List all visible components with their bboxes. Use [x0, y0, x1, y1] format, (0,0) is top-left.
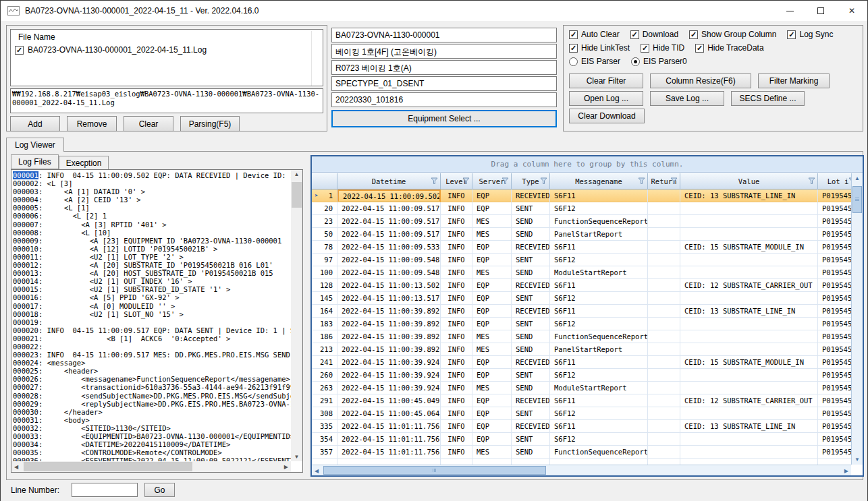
- table-row[interactable]: 3572022-04-15 11:01:11.756INFOMESSENDFun…: [312, 446, 863, 459]
- cell-level[interactable]: INFO: [441, 305, 472, 318]
- cell-return[interactable]: [648, 241, 680, 254]
- cell-type[interactable]: SEND: [512, 228, 550, 241]
- cell-datetime[interactable]: 2022-04-15 11:00:39.892: [337, 330, 441, 343]
- cell-level[interactable]: INFO: [441, 241, 472, 254]
- cell-value[interactable]: CEID: 15 SUBSTRATE_MODULE_IN: [680, 241, 818, 254]
- cell-level[interactable]: INFO: [441, 394, 472, 407]
- cell-server[interactable]: EQP: [472, 241, 512, 254]
- cell-value[interactable]: CEID: 13 SUBSTRATE_LINE_IN: [680, 305, 818, 318]
- cell-level[interactable]: INFO: [441, 292, 472, 305]
- table-row[interactable]: 2412022-04-15 11:00:39.924INFOEQPRECEVIE…: [312, 356, 863, 369]
- cell-type[interactable]: RECEVIED: [512, 394, 550, 407]
- cell-server[interactable]: EQP: [472, 279, 512, 292]
- row-number-cell[interactable]: 308: [312, 407, 337, 420]
- table-row[interactable]: 1642022-04-15 11:00:39.892INFOEQPRECEVIE…: [312, 305, 863, 318]
- filter-marking-button[interactable]: Filter Marking: [758, 73, 830, 88]
- cell-type[interactable]: SEND: [512, 343, 550, 356]
- file-list[interactable]: File Name ✓BA0723-OVNA-1130-000001_2022-…: [10, 29, 323, 86]
- cell-value[interactable]: [680, 292, 818, 305]
- row-number-cell[interactable]: 213: [312, 343, 337, 356]
- subtab-log-files[interactable]: Log Files: [11, 154, 59, 169]
- cell-type[interactable]: SEND: [512, 446, 550, 459]
- cell-value[interactable]: CEID: 12 SUBSTRATE_CARRIER_OUT: [680, 394, 818, 407]
- checkbox-hide-tracedata[interactable]: ✓Hide TraceData: [695, 43, 763, 53]
- cell-server[interactable]: MES: [472, 382, 512, 394]
- go-button[interactable]: Go: [144, 483, 175, 497]
- cell-value[interactable]: [680, 215, 818, 228]
- table-row[interactable]: 1832022-04-15 11:00:39.892INFOEQPSENTS6F…: [312, 318, 863, 330]
- cell-level[interactable]: INFO: [441, 279, 472, 292]
- cell-messagename[interactable]: S6F11: [550, 356, 648, 369]
- cell-value[interactable]: CEID: 15 SUBSTRATE_MODULE_IN: [680, 356, 818, 369]
- cell-messagename[interactable]: S6F12: [550, 407, 648, 420]
- cell-type[interactable]: RECEVIED: [512, 305, 550, 318]
- row-number-cell[interactable]: 260: [312, 369, 337, 382]
- cell-type[interactable]: SENT: [512, 254, 550, 266]
- table-row[interactable]: 2912022-04-15 11:00:45.049INFOEQPRECEVIE…: [312, 394, 863, 407]
- table-row[interactable]: 3082022-04-15 11:00:45.064INFOEQPSENTS6F…: [312, 407, 863, 420]
- close-button[interactable]: ✕: [836, 1, 867, 21]
- grid-hscroll-thumb[interactable]: [323, 466, 546, 475]
- cell-server[interactable]: EQP: [472, 369, 512, 382]
- column-header-server[interactable]: Server: [472, 173, 512, 189]
- row-number-cell[interactable]: 97: [312, 254, 337, 266]
- cell-datetime[interactable]: 2022-04-15 11:00:39.892: [337, 305, 441, 318]
- cell-value[interactable]: [680, 228, 818, 241]
- cell-messagename[interactable]: S6F12: [550, 254, 648, 266]
- cell-messagename[interactable]: S6F12: [550, 433, 648, 446]
- scroll-up-icon[interactable]: ▲: [291, 171, 302, 177]
- cell-return[interactable]: [648, 279, 680, 292]
- cell-level[interactable]: INFO: [441, 343, 472, 356]
- minimize-button[interactable]: [774, 1, 805, 21]
- cell-return[interactable]: [648, 189, 680, 202]
- open-log--button[interactable]: Open Log ...: [569, 91, 643, 106]
- cell-value[interactable]: [680, 330, 818, 343]
- cell-type[interactable]: SEND: [512, 215, 550, 228]
- table-row[interactable]: 232022-04-15 11:00:09.517INFOMESSENDFunc…: [312, 215, 863, 228]
- cell-type[interactable]: SENT: [512, 292, 550, 305]
- cell-datetime[interactable]: 2022-04-15 11:00:09.548: [337, 266, 441, 279]
- cell-return[interactable]: [648, 420, 680, 433]
- cell-datetime[interactable]: 2022-04-15 11:00:45.064: [337, 407, 441, 420]
- file-path-box[interactable]: ₩₩192.168.8.217₩eisap03_eislog₩BA0723-OV…: [10, 88, 323, 113]
- cell-level[interactable]: INFO: [441, 215, 472, 228]
- checkbox-hide-linktest[interactable]: ✓Hide LinkTest: [569, 43, 630, 53]
- tab-log-viewer[interactable]: Log Viewer: [6, 138, 64, 152]
- cell-level[interactable]: INFO: [441, 228, 472, 241]
- cell-level[interactable]: INFO: [441, 356, 472, 369]
- cell-type[interactable]: SEND: [512, 382, 550, 394]
- scroll-right-icon[interactable]: ▶: [844, 468, 848, 474]
- cell-return[interactable]: [648, 407, 680, 420]
- cell-datetime[interactable]: 2022-04-15 11:00:09.502: [337, 189, 441, 202]
- cell-level[interactable]: INFO: [441, 369, 472, 382]
- cell-type[interactable]: SENT: [512, 369, 550, 382]
- cell-messagename[interactable]: PanelStartReport: [550, 343, 648, 356]
- cell-value[interactable]: [680, 202, 818, 215]
- clear-download-button[interactable]: Clear Download: [569, 109, 645, 123]
- filter-funnel-icon[interactable]: [431, 177, 438, 186]
- log-vscroll-thumb[interactable]: [292, 182, 302, 208]
- scroll-up-icon[interactable]: ▲: [852, 175, 863, 181]
- table-row[interactable]: 2132022-04-15 11:00:39.892INFOMESSENDPan…: [312, 343, 863, 356]
- file-list-column-header[interactable]: File Name: [11, 30, 323, 43]
- line-number-input[interactable]: [72, 483, 138, 497]
- row-number-cell[interactable]: 354: [312, 433, 337, 446]
- cell-type[interactable]: RECEVIED: [512, 241, 550, 254]
- cell-return[interactable]: [648, 202, 680, 215]
- cell-datetime[interactable]: 2022-04-15 11:00:39.892: [337, 318, 441, 330]
- cell-return[interactable]: [648, 382, 680, 394]
- scroll-left-icon[interactable]: ◀: [315, 468, 319, 474]
- table-row[interactable]: 3542022-04-15 11:01:11.756INFOEQPSENTS6F…: [312, 433, 863, 446]
- cell-messagename[interactable]: S6F12: [550, 202, 648, 215]
- cell-level[interactable]: INFO: [441, 318, 472, 330]
- table-row[interactable]: 3352022-04-15 11:01:11.756INFOEQPRECEVIE…: [312, 420, 863, 433]
- cell-return[interactable]: [648, 330, 680, 343]
- grid-horizontal-scrollbar[interactable]: ◀ ▶: [312, 465, 851, 475]
- cell-type[interactable]: SEND: [512, 330, 550, 343]
- column-header-return[interactable]: Return: [648, 173, 680, 189]
- cell-return[interactable]: [648, 318, 680, 330]
- cell-datetime[interactable]: 2022-04-15 11:00:13.502: [337, 279, 441, 292]
- scroll-down-icon[interactable]: ▼: [291, 454, 302, 460]
- cell-level[interactable]: INFO: [441, 189, 472, 202]
- cell-server[interactable]: EQP: [472, 292, 512, 305]
